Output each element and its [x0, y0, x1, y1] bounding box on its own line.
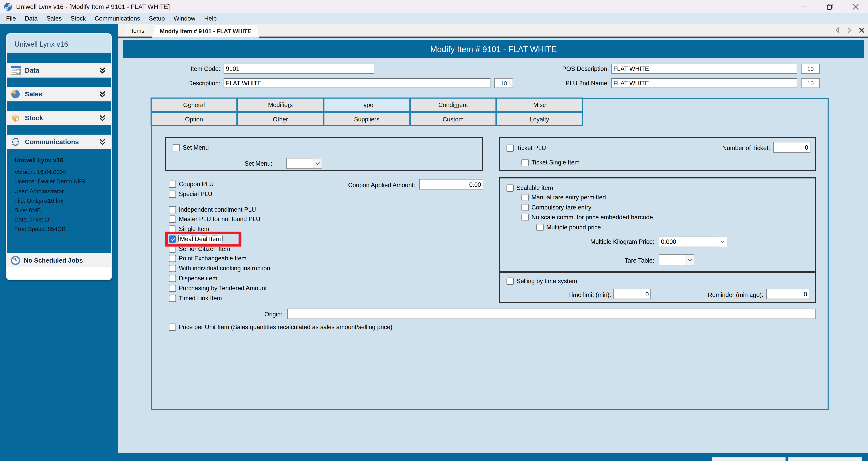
dispense-item-checkbox[interactable]: [169, 275, 176, 282]
close-icon[interactable]: [842, 0, 868, 13]
timed-link-item-checkbox[interactable]: [169, 294, 176, 302]
scalable-item-checkbox-row[interactable]: Scalable item: [506, 184, 553, 192]
selling-by-time-checkbox[interactable]: [506, 277, 514, 284]
meal-deal-item-checkbox-row[interactable]: Meal Deal Item: [169, 235, 270, 243]
single-item-checkbox[interactable]: [169, 226, 176, 233]
multiple-pound-price-checkbox-row[interactable]: Multiple pound price: [536, 223, 653, 231]
ok-button[interactable]: Ok: [712, 457, 785, 461]
no-scale-comm-for-price-embedded-barcode-checkbox-row[interactable]: No scale comm. for price embedded barcod…: [521, 213, 653, 221]
coupon-plu-checkbox-row[interactable]: Coupon PLU: [169, 180, 214, 188]
chevron-down-icon[interactable]: [718, 236, 727, 247]
dispense-item-checkbox-row[interactable]: Dispense item: [169, 275, 270, 282]
close-tab-icon[interactable]: [859, 27, 865, 33]
ticket-plu-checkbox-row[interactable]: Ticket PLU: [506, 144, 546, 152]
menu-stock[interactable]: Stock: [66, 13, 90, 24]
set-menu-select[interactable]: [286, 158, 322, 169]
price-per-unit-checkbox[interactable]: [169, 323, 176, 330]
senior-citizen-item-checkbox[interactable]: [169, 245, 176, 252]
chevron-double-down-icon[interactable]: [98, 66, 106, 74]
chevron-down-icon[interactable]: [685, 255, 693, 265]
chevron-double-down-icon[interactable]: [98, 138, 106, 146]
independent-condiment-plu-checkbox[interactable]: [169, 206, 176, 213]
menu-sales[interactable]: Sales: [42, 13, 66, 24]
special-plu-checkbox-row[interactable]: Special PLU: [169, 190, 212, 198]
point-exchangeable-item-checkbox[interactable]: [169, 255, 176, 262]
menu-data[interactable]: Data: [20, 13, 42, 24]
meal-deal-item-checkbox[interactable]: [169, 235, 176, 242]
sidebar-item-stock[interactable]: Stock: [7, 111, 111, 125]
nav-right-icon[interactable]: [846, 27, 852, 33]
tab-modifiers[interactable]: Modifiers: [237, 97, 324, 112]
menu-window[interactable]: Window: [169, 13, 200, 24]
purchasing-by-tendered-amount-checkbox[interactable]: [169, 285, 176, 292]
compulsory-tare-entry-checkbox-row[interactable]: Compulsory tare entry: [521, 203, 653, 211]
special-plu-checkbox[interactable]: [169, 190, 176, 197]
ticket-plu-checkbox[interactable]: [506, 144, 514, 151]
item-code-input[interactable]: [224, 64, 374, 74]
meal-deal-item-label: Meal Deal Item: [179, 235, 222, 242]
chevron-double-down-icon[interactable]: [98, 90, 106, 98]
coupon-plu-checkbox[interactable]: [169, 180, 176, 188]
tab-other[interactable]: Other: [237, 112, 324, 126]
sidebar-item-sales[interactable]: Sales: [7, 87, 111, 102]
menu-setup[interactable]: Setup: [145, 13, 169, 24]
set-menu-checkbox[interactable]: [173, 144, 180, 151]
ticket-single-item-checkbox[interactable]: [521, 159, 528, 166]
selling-by-time-checkbox-row[interactable]: Selling by time system: [506, 277, 577, 285]
plu-flags-list: Independent condiment PLUMaster PLU for …: [169, 205, 270, 304]
purchasing-by-tendered-amount-checkbox-row[interactable]: Purchasing by Tendered Amount: [169, 285, 270, 292]
menu-communications[interactable]: Communications: [90, 13, 145, 24]
tab-custom[interactable]: Custom: [410, 112, 497, 126]
ticket-single-item-checkbox-row[interactable]: Ticket Single Item: [521, 159, 580, 166]
chevron-down-icon[interactable]: [313, 159, 321, 169]
single-item-checkbox-row[interactable]: Single Item: [169, 225, 270, 233]
tab-option[interactable]: Option: [151, 112, 238, 126]
chevron-double-down-icon[interactable]: [98, 114, 106, 122]
plu-2nd-name-input[interactable]: [611, 78, 797, 88]
minimize-icon[interactable]: [792, 0, 817, 13]
sidebar-item-scheduled-jobs[interactable]: No Scheduled Jobs: [7, 253, 111, 267]
document-tab-items[interactable]: Items: [122, 24, 152, 37]
scheduled-jobs-label: No Scheduled Jobs: [24, 257, 83, 264]
reminder-input[interactable]: [766, 289, 809, 299]
number-of-ticket-input[interactable]: [773, 142, 810, 153]
multiple-pound-price-checkbox[interactable]: [536, 224, 544, 231]
scalable-item-checkbox[interactable]: [506, 184, 514, 191]
document-tab-modify-item-9101-flat-white[interactable]: Modify Item # 9101 - FLAT WHITE: [152, 24, 259, 38]
pos-description-input[interactable]: [611, 64, 797, 74]
manual-tare-entry-permitted-checkbox-row[interactable]: Manual tare entry permitted: [521, 193, 653, 201]
sidebar-item-communications[interactable]: Communications: [7, 135, 111, 149]
cancel-button[interactable]: Cancel: [788, 457, 862, 461]
price-per-unit-checkbox-row[interactable]: Price per Unit Item (Sales quantities re…: [169, 323, 392, 331]
independent-condiment-plu-checkbox-row[interactable]: Independent condiment PLU: [169, 205, 270, 213]
point-exchangeable-item-checkbox-row[interactable]: Point Exchangeable Item: [169, 255, 270, 263]
menu-help[interactable]: Help: [200, 13, 221, 24]
sidebar-app-title: Uniwell Lynx v16: [7, 34, 111, 53]
sidebar-item-data[interactable]: Data: [7, 63, 111, 78]
multiple-kilogram-price-select[interactable]: 0.000: [659, 236, 727, 247]
set-menu-checkbox-row[interactable]: Set Menu: [173, 144, 209, 151]
tab-loyalty[interactable]: Loyalty: [496, 112, 583, 126]
master-plu-for-not-found-plu-checkbox-row[interactable]: Master PLU for not found PLU: [169, 215, 270, 223]
with-individual-cooking-instruction-checkbox-row[interactable]: With individual cooking instruction: [169, 265, 270, 272]
tab-condiment[interactable]: Condiment: [410, 97, 497, 112]
no-scale-comm-for-price-embedded-barcode-checkbox[interactable]: [521, 213, 528, 221]
master-plu-for-not-found-plu-checkbox[interactable]: [169, 215, 176, 223]
tab-misc[interactable]: Misc: [496, 97, 583, 112]
timed-link-item-checkbox-row[interactable]: Timed Link Item: [169, 294, 270, 302]
main-area: ItemsModify Item # 9101 - FLAT WHITE Mod…: [118, 24, 868, 461]
manual-tare-entry-permitted-checkbox[interactable]: [521, 194, 528, 201]
with-individual-cooking-instruction-checkbox[interactable]: [169, 265, 176, 272]
origin-input[interactable]: [287, 309, 816, 319]
tare-table-select[interactable]: [659, 254, 694, 265]
tab-suppliers[interactable]: Suppliers: [323, 112, 410, 126]
coupon-applied-amount-input[interactable]: [419, 179, 483, 189]
tab-type[interactable]: Type: [323, 97, 410, 112]
compulsory-tare-entry-checkbox[interactable]: [521, 204, 528, 211]
description-input[interactable]: [224, 78, 491, 88]
nav-left-icon[interactable]: [834, 27, 840, 33]
restore-icon[interactable]: [817, 0, 842, 13]
menu-file[interactable]: File: [2, 13, 20, 24]
senior-citizen-item-checkbox-row[interactable]: Senior Citizen Item: [169, 245, 270, 253]
tab-general[interactable]: General: [151, 97, 238, 112]
